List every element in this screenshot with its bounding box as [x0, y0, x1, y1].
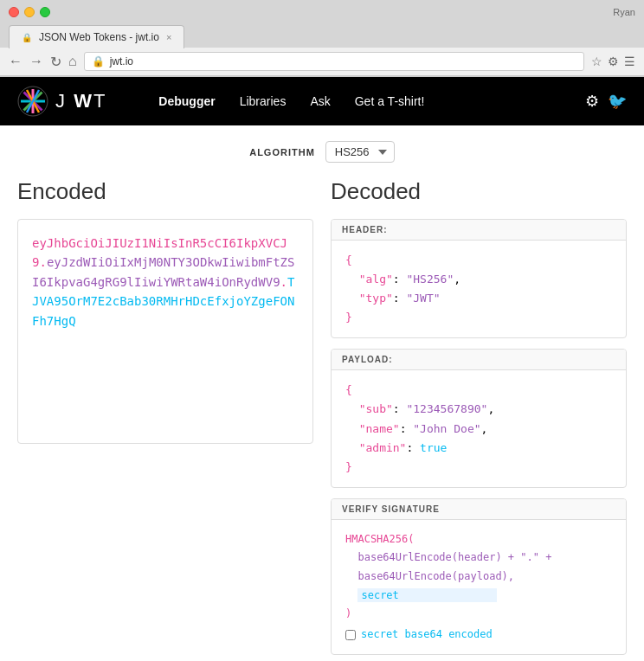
address-bar: ← → ↻ ⌂ 🔒 jwt.io ☆ ⚙ ☰ [0, 48, 644, 76]
header-alg-colon: : [393, 273, 407, 286]
verify-line2: base64UrlEncode(payload), [357, 570, 514, 582]
home-button[interactable]: ⌂ [68, 54, 77, 69]
payload-admin-value: true [420, 441, 447, 454]
nav-debugger[interactable]: Debugger [158, 94, 215, 108]
navbar: J WT Debugger Libraries Ask Get a T-shir… [0, 77, 644, 125]
algorithm-select[interactable]: HS256 HS384 HS512 RS256 [325, 141, 395, 163]
header-open-brace: { [345, 253, 352, 266]
logo-text: J WT [55, 90, 106, 112]
verify-line1: base64UrlEncode(header) + "." + [357, 551, 551, 563]
jwt-part2: eyJzdWIiOiIxMjM0NTY3ODkwIiwibmFtZSI6Ikpv… [32, 255, 294, 288]
back-button[interactable]: ← [9, 54, 23, 69]
logo: J WT [17, 86, 106, 117]
nav-tshirt[interactable]: Get a T-shirt! [355, 94, 425, 108]
tab-bar: 🔒 JSON Web Tokens - jwt.io × [0, 24, 644, 48]
close-button[interactable] [9, 7, 19, 17]
verify-close: ) [345, 607, 351, 619]
minimize-button[interactable] [24, 7, 35, 17]
payload-sub-comma: , [487, 402, 494, 415]
verify-body: HMACSHA256( base64UrlEncode(header) + ".… [332, 520, 626, 655]
header-alg-value: "HS256" [406, 273, 454, 286]
browser-tab[interactable]: 🔒 JSON Web Tokens - jwt.io × [9, 25, 184, 48]
header-close-brace: } [345, 311, 352, 324]
tab-title: JSON Web Tokens - jwt.io [39, 31, 159, 43]
user-label: Ryan [613, 7, 635, 17]
header-alg-key: "alg" [359, 273, 393, 286]
encoded-panel: Encoded eyJhbGciOiJIUzI1NiIsInR5cCI6IkpX… [17, 178, 313, 661]
bookmark-icon[interactable]: ☆ [591, 55, 602, 68]
header-typ-value: "JWT" [406, 292, 440, 305]
browser-actions: ☆ ⚙ ☰ [591, 55, 635, 68]
reload-button[interactable]: ↻ [50, 54, 61, 70]
payload-name-colon: : [400, 422, 414, 435]
secret-input[interactable] [357, 588, 497, 602]
header-section: HEADER: { "alg": "HS256", "typ": "JWT" } [331, 219, 627, 338]
address-input[interactable]: 🔒 jwt.io [84, 52, 584, 71]
decoded-title: Decoded [331, 178, 627, 205]
payload-name-key: "name" [359, 422, 400, 435]
decoded-panel: Decoded HEADER: { "alg": "HS256", "typ":… [331, 178, 627, 661]
jwt-dot1: . [39, 255, 46, 269]
forward-button[interactable]: → [29, 54, 43, 69]
payload-sub-value: "1234567890" [406, 402, 487, 415]
browser-chrome: Ryan 🔒 JSON Web Tokens - jwt.io × ← → ↻ … [0, 0, 644, 77]
encoded-box[interactable]: eyJhbGciOiJIUzI1NiIsInR5cCI6IkpXVCJ9.eyJ… [17, 219, 313, 444]
header-alg-comma: , [454, 273, 460, 286]
payload-section: PAYLOAD: { "sub": "1234567890", "name": … [331, 349, 627, 487]
settings-icon[interactable]: ⚙ [585, 92, 599, 111]
payload-name-value: "John Doe" [413, 422, 480, 435]
payload-admin-colon: : [406, 441, 420, 454]
payload-sub-key: "sub" [359, 402, 393, 415]
jwt-logo-icon [17, 86, 48, 117]
jwt-dot2: . [280, 275, 287, 289]
address-text: jwt.io [110, 55, 133, 67]
main-content: Encoded eyJhbGciOiJIUzI1NiIsInR5cCI6IkpX… [0, 178, 644, 661]
app: J WT Debugger Libraries Ask Get a T-shir… [0, 77, 644, 661]
traffic-lights: Ryan [0, 0, 644, 24]
base64-checkbox-label: secret base64 encoded [361, 626, 493, 645]
address-lock-icon: 🔒 [92, 55, 105, 67]
header-body: { "alg": "HS256", "typ": "JWT" } [332, 241, 626, 337]
encoded-title: Encoded [17, 178, 313, 205]
header-label: HEADER: [332, 220, 626, 241]
algorithm-bar: ALGORITHM HS256 HS384 HS512 RS256 [0, 125, 644, 178]
header-typ-colon: : [393, 292, 407, 305]
twitter-icon[interactable]: 🐦 [608, 92, 627, 111]
nav-links: Debugger Libraries Ask Get a T-shirt! [158, 94, 424, 108]
menu-icon[interactable]: ☰ [624, 55, 635, 68]
extensions-icon[interactable]: ⚙ [608, 55, 619, 68]
verify-fn-name: HMACSHA256( [345, 533, 414, 545]
payload-label: PAYLOAD: [332, 350, 626, 370]
header-typ-key: "typ" [359, 292, 393, 305]
base64-checkbox[interactable] [345, 630, 356, 640]
payload-name-comma: , [481, 422, 488, 435]
payload-body: { "sub": "1234567890", "name": "John Doe… [332, 370, 626, 486]
payload-close-brace: } [345, 460, 352, 473]
tab-favicon-icon: 🔒 [22, 33, 32, 42]
nav-ask[interactable]: Ask [310, 94, 330, 108]
verify-checkbox-row: secret base64 encoded [345, 626, 612, 645]
nav-actions: ⚙ 🐦 [585, 92, 627, 111]
maximize-button[interactable] [40, 7, 50, 17]
payload-open-brace: { [345, 383, 352, 396]
algorithm-label: ALGORITHM [249, 147, 315, 157]
tab-close-icon[interactable]: × [166, 32, 171, 42]
payload-admin-key: "admin" [359, 441, 407, 454]
payload-sub-colon: : [393, 402, 407, 415]
nav-libraries[interactable]: Libraries [240, 94, 287, 108]
verify-label: VERIFY SIGNATURE [332, 499, 626, 520]
verify-section: VERIFY SIGNATURE HMACSHA256( base64UrlEn… [331, 498, 627, 656]
